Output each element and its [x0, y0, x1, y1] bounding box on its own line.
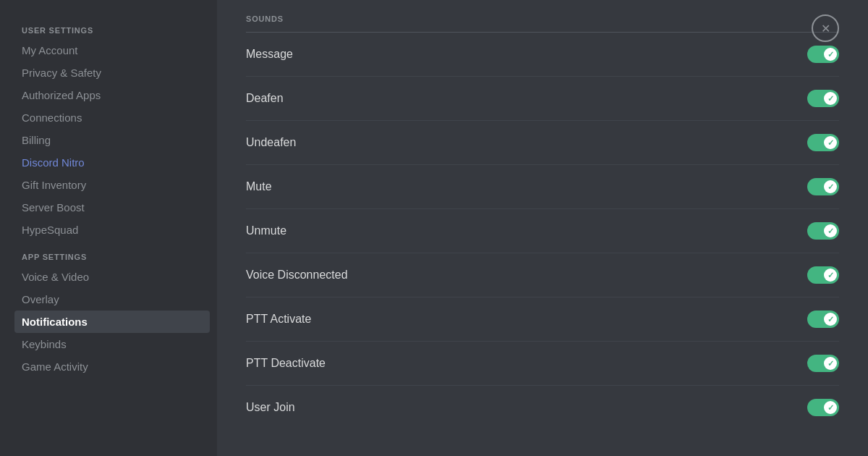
- sidebar-item-connections[interactable]: Connections: [14, 106, 210, 129]
- toggle-row: User Join: [246, 386, 839, 429]
- toggle-row: Message: [246, 33, 839, 77]
- sidebar-item-voice-video[interactable]: Voice & Video: [14, 266, 210, 288]
- toggle-switch[interactable]: [807, 134, 839, 151]
- toggle-switch[interactable]: [807, 46, 839, 63]
- toggle-label: Undeafen: [246, 136, 296, 149]
- toggle-label: Unmute: [246, 224, 286, 237]
- toggle-row: Mute: [246, 165, 839, 209]
- toggle-row: PTT Activate: [246, 297, 839, 342]
- toggle-knob: [824, 401, 837, 414]
- toggle-row: Voice Disconnected: [246, 253, 839, 297]
- sidebar-item-privacy-safety[interactable]: Privacy & Safety: [14, 62, 210, 84]
- toggle-knob: [824, 269, 837, 282]
- sidebar-item-authorized-apps[interactable]: Authorized Apps: [14, 84, 210, 106]
- sounds-section-header: Sounds: [246, 0, 839, 33]
- toggle-label: PTT Activate: [246, 313, 311, 326]
- toggle-switch[interactable]: [807, 266, 839, 284]
- toggle-rows-container: MessageDeafenUndeafenMuteUnmuteVoice Dis…: [246, 33, 839, 429]
- sidebar-item-billing[interactable]: Billing: [14, 129, 210, 151]
- toggle-row: Undeafen: [246, 121, 839, 165]
- sidebar-item-server-boost[interactable]: Server Boost: [14, 196, 210, 219]
- toggle-label: Voice Disconnected: [246, 269, 348, 282]
- toggle-switch[interactable]: [807, 311, 839, 328]
- sidebar-item-hypesquad[interactable]: HypeSquad: [14, 219, 210, 241]
- sidebar-item-notifications[interactable]: Notifications: [14, 311, 210, 333]
- toggle-switch[interactable]: [807, 90, 839, 107]
- toggle-label: Message: [246, 48, 293, 61]
- sidebar: User Settings My Account Privacy & Safet…: [0, 0, 217, 456]
- toggle-knob: [824, 180, 837, 193]
- close-button[interactable]: ✕: [812, 14, 839, 42]
- sidebar-item-overlay[interactable]: Overlay: [14, 288, 210, 311]
- sidebar-item-my-account[interactable]: My Account: [14, 39, 210, 62]
- toggle-knob: [824, 48, 837, 61]
- toggle-row: PTT Deactivate: [246, 342, 839, 386]
- toggle-knob: [824, 224, 837, 237]
- toggle-label: Mute: [246, 180, 272, 193]
- main-content: ✕ ESC Sounds MessageDeafenUndeafenMuteUn…: [217, 0, 868, 456]
- toggle-label: PTT Deactivate: [246, 357, 326, 370]
- toggle-knob: [824, 357, 837, 370]
- toggle-row: Deafen: [246, 77, 839, 121]
- app-settings-section-label: App Settings: [14, 253, 210, 261]
- user-settings-section-label: User Settings: [14, 26, 210, 35]
- toggle-switch[interactable]: [807, 399, 839, 416]
- toggle-knob: [824, 92, 837, 105]
- toggle-label: User Join: [246, 401, 295, 414]
- toggle-switch[interactable]: [807, 178, 839, 195]
- toggle-knob: [824, 313, 837, 326]
- toggle-switch[interactable]: [807, 355, 839, 372]
- sidebar-item-discord-nitro[interactable]: Discord Nitro: [14, 151, 210, 174]
- toggle-switch[interactable]: [807, 222, 839, 240]
- sidebar-item-keybinds[interactable]: Keybinds: [14, 333, 210, 355]
- toggle-row: Unmute: [246, 209, 839, 253]
- toggle-label: Deafen: [246, 92, 284, 105]
- sidebar-item-gift-inventory[interactable]: Gift Inventory: [14, 174, 210, 196]
- toggle-knob: [824, 136, 837, 149]
- sidebar-item-game-activity[interactable]: Game Activity: [14, 355, 210, 378]
